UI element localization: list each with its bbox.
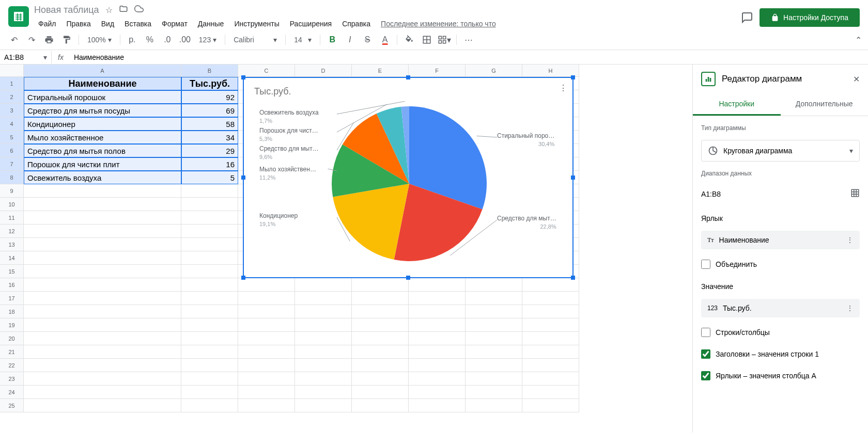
cell[interactable] (522, 318, 579, 332)
cell[interactable] (466, 345, 522, 359)
row-header[interactable]: 21 (0, 345, 24, 359)
row-header[interactable]: 20 (0, 332, 24, 345)
row-header[interactable]: 15 (0, 265, 24, 278)
borders-icon[interactable] (419, 32, 435, 47)
cell[interactable] (409, 359, 466, 372)
col-header[interactable]: A (24, 65, 181, 77)
cell[interactable] (24, 238, 181, 251)
cell[interactable] (409, 399, 466, 412)
row-header[interactable]: 10 (0, 198, 24, 211)
cell[interactable] (181, 399, 238, 412)
cell[interactable] (181, 332, 238, 345)
cell-reference[interactable]: A1:B8▾ (0, 51, 52, 63)
cell[interactable] (181, 386, 238, 399)
sheets-logo[interactable] (8, 6, 29, 27)
use-colA-labels-checkbox[interactable]: Ярлыки – значения столбца A (701, 369, 860, 382)
zoom-select[interactable]: 100% ▾ (83, 34, 116, 46)
cell[interactable] (295, 399, 352, 412)
text-color-icon[interactable]: A (377, 32, 393, 47)
cell[interactable] (409, 292, 466, 305)
cell[interactable] (24, 332, 181, 345)
cell[interactable] (181, 292, 238, 305)
cell[interactable] (181, 211, 238, 225)
col-header[interactable]: G (466, 65, 522, 77)
comments-icon[interactable] (741, 11, 753, 24)
cell[interactable] (352, 332, 409, 345)
cell[interactable] (409, 305, 466, 318)
cell[interactable] (24, 305, 181, 318)
print-icon[interactable] (41, 32, 57, 47)
cell[interactable] (466, 278, 522, 292)
cell[interactable] (522, 359, 579, 372)
cell[interactable] (352, 399, 409, 412)
cell[interactable] (181, 305, 238, 318)
cell[interactable] (466, 372, 522, 386)
cell[interactable] (409, 332, 466, 345)
cell[interactable]: Средство для мытья посуды (24, 104, 181, 117)
data-range-input[interactable] (701, 190, 850, 198)
row-header[interactable]: 3 (0, 104, 24, 117)
cell[interactable] (181, 225, 238, 238)
font-size[interactable]: 14▾ (290, 34, 316, 46)
cell[interactable] (24, 386, 181, 399)
cell[interactable] (295, 318, 352, 332)
cell[interactable] (181, 251, 238, 265)
cell[interactable] (24, 372, 181, 386)
row-header[interactable]: 9 (0, 184, 24, 198)
row-header[interactable]: 6 (0, 144, 24, 157)
cell[interactable] (466, 305, 522, 318)
cell[interactable] (409, 278, 466, 292)
redo-icon[interactable]: ↷ (24, 32, 39, 47)
cell[interactable] (24, 211, 181, 225)
cell[interactable] (295, 359, 352, 372)
cell[interactable] (181, 198, 238, 211)
percent-format[interactable]: % (142, 32, 158, 47)
cell[interactable]: Мыло хозяйственное (24, 131, 181, 144)
cell[interactable] (238, 318, 295, 332)
cell[interactable] (295, 278, 352, 292)
cell[interactable] (238, 386, 295, 399)
cell[interactable] (24, 292, 181, 305)
cell[interactable] (181, 265, 238, 278)
cell[interactable] (24, 184, 181, 198)
col-header[interactable]: E (352, 65, 409, 77)
increase-decimal[interactable]: .00 (177, 32, 193, 47)
collapse-toolbar-icon[interactable]: ⌃ (855, 35, 862, 45)
cell[interactable]: Освежитель воздуха (24, 171, 181, 184)
col-header[interactable]: B (181, 65, 238, 77)
cell[interactable]: 69 (181, 104, 238, 117)
row-header[interactable]: 13 (0, 238, 24, 251)
cell[interactable] (409, 345, 466, 359)
cell[interactable] (238, 345, 295, 359)
row-header[interactable]: 11 (0, 211, 24, 225)
row-header[interactable]: 19 (0, 318, 24, 332)
switch-rows-cols-checkbox[interactable]: Строки/столбцы (701, 326, 860, 339)
cell[interactable] (522, 292, 579, 305)
value-chip[interactable]: 123 Тыс.руб. ⋮ (701, 299, 860, 317)
star-icon[interactable]: ☆ (105, 5, 113, 15)
close-icon[interactable]: ✕ (853, 74, 860, 84)
cell[interactable] (466, 359, 522, 372)
cell[interactable] (352, 292, 409, 305)
bold-icon[interactable]: B (324, 32, 340, 47)
cell[interactable] (181, 278, 238, 292)
row-header[interactable]: 17 (0, 292, 24, 305)
cell[interactable] (238, 332, 295, 345)
cell[interactable] (238, 399, 295, 412)
cell[interactable] (238, 292, 295, 305)
cell[interactable]: 92 (181, 90, 238, 104)
more-icon[interactable]: ⋯ (461, 32, 476, 47)
chart-menu-icon[interactable]: ⋮ (559, 83, 567, 93)
paint-format-icon[interactable] (59, 32, 74, 47)
cell[interactable] (295, 345, 352, 359)
cell[interactable] (181, 372, 238, 386)
cell[interactable] (352, 318, 409, 332)
merge-icon[interactable]: ▾ (437, 32, 452, 47)
cell[interactable] (409, 386, 466, 399)
undo-icon[interactable]: ↶ (6, 32, 22, 47)
last-edit-link[interactable]: Последнее изменение: только что (377, 18, 500, 30)
row-header[interactable]: 7 (0, 157, 24, 171)
row-header[interactable]: 25 (0, 399, 24, 412)
document-title[interactable]: Новая таблица (34, 5, 99, 15)
font-select[interactable]: Calibri▾ (229, 34, 281, 46)
